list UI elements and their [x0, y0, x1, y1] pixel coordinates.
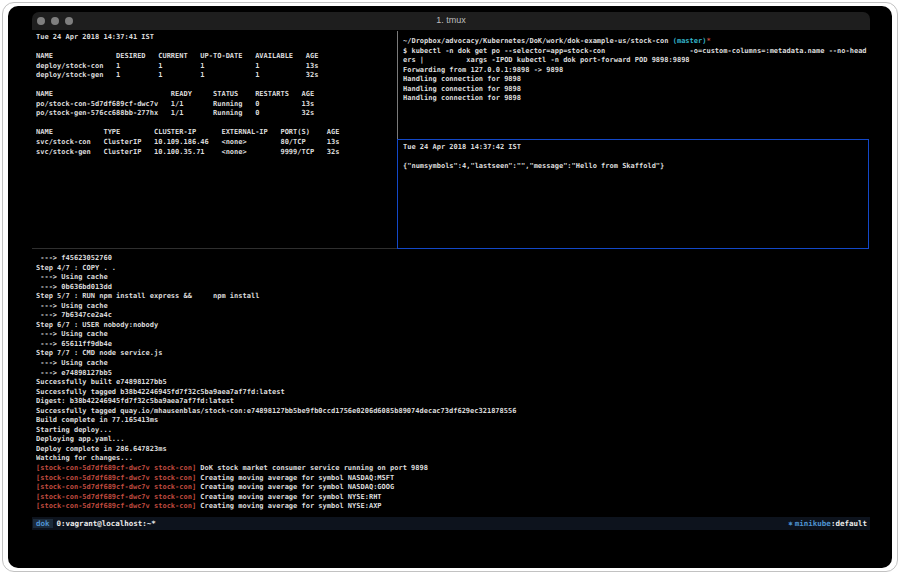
terminal-line: svc/stock-gen ClusterIP 10.100.35.71 <no… [36, 148, 392, 158]
pane-port-forward[interactable]: ~/Dropbox/advocacy/Kubernetes/DoK/work/d… [403, 37, 867, 137]
terminal-line: Starting deploy... [36, 426, 866, 436]
pane-curl-output[interactable]: Tue 24 Apr 2018 14:37:42 IST {"numsymbol… [403, 143, 865, 245]
terminal-line: Digest: b38b42246945fd7f32c5ba9aea7af7fd… [36, 397, 866, 407]
window-label: 0:vagrant@localhost:~* [57, 519, 156, 528]
terminal-line: [stock-con-5d7df689cf-dwc7v stock-con] C… [36, 502, 866, 512]
terminal-line [36, 43, 392, 53]
terminal-line: [stock-con-5d7df689cf-dwc7v stock-con] C… [36, 474, 866, 484]
cluster-name: minikube [795, 519, 831, 528]
terminal-line: [stock-con-5d7df689cf-dwc7v stock-con] C… [36, 493, 866, 503]
terminal-line: ---> Using cache [36, 273, 866, 283]
namespace-context: :default [831, 519, 867, 528]
terminal-line [36, 81, 392, 91]
terminal-line [36, 119, 392, 129]
terminal-line: ---> Using cache [36, 330, 866, 340]
terminal-line: ---> e74898127bb5 [36, 369, 866, 379]
terminal-line: Step 7/7 : CMD node service.js [36, 349, 866, 359]
terminal-line: ~/Dropbox/advocacy/Kubernetes/DoK/work/d… [403, 37, 867, 47]
terminal-line: Deploying app.yaml... [36, 435, 866, 445]
terminal-line: ---> Using cache [36, 359, 866, 369]
terminal-line: Deploy complete in 286.647823ms [36, 445, 866, 455]
terminal-line: NAME READY STATUS RESTARTS AGE [36, 90, 392, 100]
status-right: ⎈minikube:default [788, 517, 867, 530]
terminal-line: ---> 7b6347ce2a4c [36, 311, 866, 321]
terminal-line: {"numsymbols":4,"lastseen":"","message":… [403, 162, 865, 172]
terminal-line: [stock-con-5d7df689cf-dwc7v stock-con] C… [36, 483, 866, 493]
session-name-badge: dok [33, 519, 53, 528]
terminal-line [403, 153, 865, 163]
terminal-line: Successfully tagged quay.io/mhausenblas/… [36, 407, 866, 417]
terminal-line: $ kubectl -n dok get po --selector=app=s… [403, 47, 867, 57]
terminal-line: Step 4/7 : COPY . . [36, 264, 866, 274]
terminal-line: Forwarding from 127.0.0.1:9898 -> 9898 [403, 66, 867, 76]
terminal-line: NAME DESIRED CURRENT UP-TO-DATE AVAILABL… [36, 52, 392, 62]
terminal-line: deploy/stock-con 1 1 1 1 13s [36, 62, 392, 72]
tmux-status-bar: dok0:vagrant@localhost:~* ⎈minikube:defa… [32, 517, 870, 530]
terminal-line: Tue 24 Apr 2018 14:37:41 IST [36, 33, 392, 43]
terminal-line: svc/stock-con ClusterIP 10.109.186.46 <n… [36, 138, 392, 148]
terminal-line: deploy/stock-gen 1 1 1 1 32s [36, 71, 392, 81]
pane-divider-horizontal[interactable] [32, 248, 397, 249]
window-titlebar[interactable]: 1. tmux [32, 12, 870, 30]
terminal-line: ---> 0b636bd013dd [36, 283, 866, 293]
terminal-line: Watching for changes... [36, 454, 866, 464]
terminal-line: [stock-con-5d7df689cf-dwc7v stock-con] D… [36, 464, 866, 474]
pane-skaffold-build-log[interactable]: ---> f45623052760Step 4/7 : COPY . . ---… [36, 254, 866, 516]
terminal-line: Handling connection for 9898 [403, 85, 867, 95]
terminal-line: Handling connection for 9898 [403, 75, 867, 85]
terminal-line: ers | xargs -IPOD kubectl -n dok port-fo… [403, 56, 867, 66]
kubernetes-helm-icon: ⎈ [788, 519, 793, 528]
window-title: 1. tmux [32, 15, 870, 25]
terminal-line: ---> 65611ff9db4e [36, 340, 866, 350]
terminal-line: Successfully tagged b38b42246945fd7f32c5… [36, 388, 866, 398]
terminal-line: NAME TYPE CLUSTER-IP EXTERNAL-IP PORT(S)… [36, 128, 392, 138]
terminal-line: Successfully built e74898127bb5 [36, 378, 866, 388]
terminal-line: po/stock-gen-576cc688bb-277hx 1/1 Runnin… [36, 109, 392, 119]
pane-divider-vertical[interactable] [397, 31, 398, 139]
terminal-line: ---> f45623052760 [36, 254, 866, 264]
terminal-line: Handling connection for 9898 [403, 94, 867, 104]
terminal-line: po/stock-con-5d7df689cf-dwc7v 1/1 Runnin… [36, 100, 392, 110]
pane-kubectl-overview[interactable]: Tue 24 Apr 2018 14:37:41 IST NAME DESIRE… [36, 33, 392, 247]
terminal-line: ---> Using cache [36, 302, 866, 312]
terminal-line: Step 5/7 : RUN npm install express && np… [36, 292, 866, 302]
terminal-line: Tue 24 Apr 2018 14:37:42 IST [403, 143, 865, 153]
terminal-line: Build complete in 77.165413ms [36, 416, 866, 426]
terminal-line: Step 6/7 : USER nobody:nobody [36, 321, 866, 331]
